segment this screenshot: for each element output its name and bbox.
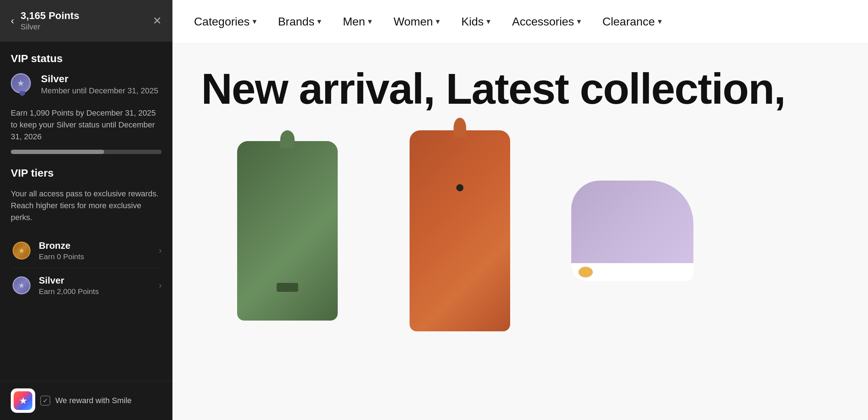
- chevron-down-icon: ▾: [486, 17, 490, 26]
- silver-tier-points: Earn 2,000 Points: [39, 287, 99, 296]
- product-orange-backpack[interactable]: [374, 127, 546, 335]
- nav-men-label: Men: [343, 15, 365, 28]
- nav-women-label: Women: [393, 15, 433, 28]
- bronze-tier-name: Bronze: [39, 240, 84, 251]
- star-icon: ★: [19, 395, 27, 406]
- smile-button[interactable]: ★: [11, 388, 35, 413]
- points-value: 3,165 Points: [20, 10, 79, 22]
- medal-ribbon: [19, 91, 25, 96]
- tier-silver[interactable]: ★ Silver Earn 2,000 Points ›: [11, 268, 162, 303]
- panel-footer: ★ ✓ We reward with Smile: [0, 381, 172, 420]
- silver-tier-name: Silver: [39, 275, 99, 286]
- chevron-down-icon: ▾: [577, 17, 581, 26]
- close-button[interactable]: ✕: [153, 15, 162, 26]
- bronze-tier-text: Bronze Earn 0 Points: [39, 240, 84, 261]
- panel-header: ‹ 3,165 Points Silver ✕: [0, 0, 172, 42]
- points-info: 3,165 Points Silver: [20, 10, 79, 32]
- status-name: Silver: [41, 73, 158, 85]
- nav-categories-label: Categories: [194, 15, 250, 28]
- chevron-down-icon: ▾: [436, 17, 440, 26]
- silver-medal-container: ★: [11, 275, 32, 296]
- nav-accessories[interactable]: Accessories ▾: [512, 15, 581, 28]
- hero-heading: New arrival, Latest collection,: [172, 43, 868, 127]
- progress-bar-fill: [11, 150, 104, 154]
- silver-medal-icon: ★: [11, 73, 34, 96]
- tier-bronze[interactable]: ★ Bronze Earn 0 Points ›: [11, 233, 162, 268]
- panel-body: VIP status ★ Silver Member until Decembe…: [0, 42, 172, 381]
- vip-status-title: VIP status: [11, 52, 162, 65]
- product-shoe[interactable]: [546, 127, 719, 335]
- vip-tiers-desc: Your all access pass to exclusive reward…: [11, 188, 162, 223]
- nav-kids-label: Kids: [461, 15, 484, 28]
- vip-tiers-title: VIP tiers: [11, 167, 162, 179]
- reward-checkbox[interactable]: ✓: [40, 396, 50, 406]
- orange-backpack-img: [410, 130, 510, 331]
- earn-text: Earn 1,090 Points by December 31, 2025 t…: [11, 107, 162, 143]
- vip-panel: ‹ 3,165 Points Silver ✕ VIP status ★ Sil…: [0, 0, 172, 420]
- back-button[interactable]: ‹: [11, 16, 14, 26]
- silver-chevron-icon: ›: [159, 280, 162, 290]
- green-backpack-img: [237, 141, 338, 321]
- nav-categories[interactable]: Categories ▾: [194, 15, 257, 28]
- chevron-down-icon: ▾: [658, 17, 662, 26]
- products-row: [172, 127, 868, 335]
- points-tier: Silver: [20, 22, 79, 32]
- nav-women[interactable]: Women ▾: [393, 15, 440, 28]
- nav-accessories-label: Accessories: [512, 15, 574, 28]
- bronze-medal-container: ★: [11, 240, 32, 261]
- chevron-down-icon: ▾: [317, 17, 321, 26]
- nav-clearance[interactable]: Clearance ▾: [602, 15, 662, 28]
- medal-star-icon: ★: [17, 78, 25, 88]
- product-green-backpack[interactable]: [201, 127, 374, 335]
- shoe-img: [571, 181, 693, 281]
- bronze-medal-icon: ★: [13, 242, 31, 260]
- navbar: Categories ▾ Brands ▾ Men ▾ Women ▾ Kids…: [172, 0, 868, 43]
- nav-brands-label: Brands: [278, 15, 314, 28]
- status-until: Member until December 31, 2025: [41, 86, 158, 95]
- chevron-down-icon: ▾: [253, 17, 257, 26]
- silver-star-icon: ★: [18, 281, 25, 290]
- nav-kids[interactable]: Kids ▾: [461, 15, 490, 28]
- silver-medal-sm-icon: ★: [13, 276, 31, 294]
- main-content: New arrival, Latest collection,: [172, 43, 868, 420]
- bronze-chevron-icon: ›: [159, 246, 162, 256]
- nav-men[interactable]: Men ▾: [343, 15, 372, 28]
- chevron-down-icon: ▾: [368, 17, 372, 26]
- nav-clearance-label: Clearance: [602, 15, 655, 28]
- silver-tier-text: Silver Earn 2,000 Points: [39, 275, 99, 296]
- panel-header-left: ‹ 3,165 Points Silver: [11, 10, 79, 32]
- smile-icon: ★: [14, 391, 32, 410]
- status-info: Silver Member until December 31, 2025: [41, 73, 158, 95]
- status-card: ★ Silver Member until December 31, 2025: [11, 73, 162, 96]
- nav-brands[interactable]: Brands ▾: [278, 15, 321, 28]
- bronze-star-icon: ★: [18, 246, 25, 255]
- progress-bar-container: [11, 150, 162, 154]
- bronze-tier-points: Earn 0 Points: [39, 252, 84, 261]
- reward-text: We reward with Smile: [55, 396, 131, 405]
